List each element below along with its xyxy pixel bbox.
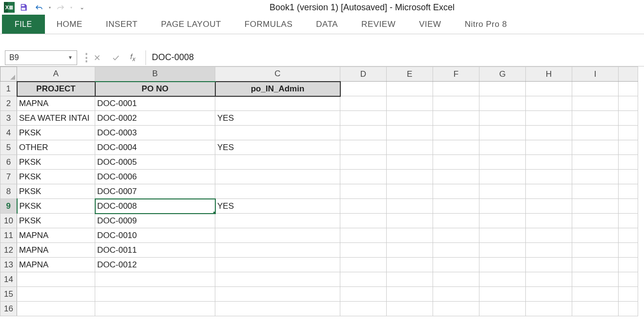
cell-overflow-16[interactable] <box>619 302 638 316</box>
cell-F16[interactable] <box>433 302 479 316</box>
row-header-7[interactable]: 7 <box>0 170 17 184</box>
cell-C8[interactable] <box>215 184 340 199</box>
cell-A11[interactable]: MAPNA <box>17 228 95 243</box>
row-header-4[interactable]: 4 <box>0 126 17 140</box>
tab-nitro[interactable]: Nitro Pro 8 <box>453 15 519 34</box>
tab-data[interactable]: DATA <box>304 15 350 34</box>
cell-G6[interactable] <box>479 155 526 170</box>
cell-G11[interactable] <box>479 228 526 243</box>
customize-qat-dropdown[interactable]: ⌄ <box>80 4 84 11</box>
cell-G14[interactable] <box>479 272 526 287</box>
cell-E7[interactable] <box>387 170 433 184</box>
cell-G9[interactable] <box>479 199 526 214</box>
name-box[interactable]: B9 ▼ <box>5 50 77 65</box>
cell-I3[interactable] <box>572 111 619 126</box>
column-header-B[interactable]: B <box>95 67 215 82</box>
cell-overflow-7[interactable] <box>619 170 638 184</box>
cell-I2[interactable] <box>572 96 619 111</box>
cell-overflow-14[interactable] <box>619 272 638 287</box>
cell-B6[interactable]: DOC-0005 <box>95 155 215 170</box>
row-header-11[interactable]: 11 <box>0 228 17 243</box>
cell-A14[interactable] <box>17 272 95 287</box>
cell-E10[interactable] <box>387 214 433 228</box>
cell-H7[interactable] <box>526 170 572 184</box>
cell-H9[interactable] <box>526 199 572 214</box>
row-header-12[interactable]: 12 <box>0 243 17 258</box>
redo-button[interactable] <box>54 1 67 14</box>
cell-H1[interactable] <box>526 82 572 96</box>
cell-C11[interactable] <box>215 228 340 243</box>
row-header-1[interactable]: 1 <box>0 82 17 96</box>
row-header-5[interactable]: 5 <box>0 140 17 155</box>
cell-A12[interactable]: MAPNA <box>17 243 95 258</box>
cell-C9[interactable]: YES <box>215 199 340 214</box>
cell-G4[interactable] <box>479 126 526 140</box>
cell-H5[interactable] <box>526 140 572 155</box>
row-header-6[interactable]: 6 <box>0 155 17 170</box>
cell-C5[interactable]: YES <box>215 140 340 155</box>
cell-G10[interactable] <box>479 214 526 228</box>
cell-E8[interactable] <box>387 184 433 199</box>
cell-H16[interactable] <box>526 302 572 316</box>
cell-I9[interactable] <box>572 199 619 214</box>
cell-D10[interactable] <box>340 214 387 228</box>
undo-dropdown[interactable]: ▾ <box>48 5 52 10</box>
cell-overflow-13[interactable] <box>619 258 638 272</box>
cell-overflow-3[interactable] <box>619 111 638 126</box>
cell-H11[interactable] <box>526 228 572 243</box>
cell-E1[interactable] <box>387 82 433 96</box>
cell-F15[interactable] <box>433 287 479 302</box>
cell-C13[interactable] <box>215 258 340 272</box>
cell-F12[interactable] <box>433 243 479 258</box>
column-header-H[interactable]: H <box>526 67 572 82</box>
cell-A10[interactable]: PKSK <box>17 214 95 228</box>
cell-D15[interactable] <box>340 287 387 302</box>
cell-D8[interactable] <box>340 184 387 199</box>
cell-A3[interactable]: SEA WATER INTAI <box>17 111 95 126</box>
cell-C4[interactable] <box>215 126 340 140</box>
row-header-13[interactable]: 13 <box>0 258 17 272</box>
cell-G7[interactable] <box>479 170 526 184</box>
column-header-E[interactable]: E <box>387 67 433 82</box>
cell-G15[interactable] <box>479 287 526 302</box>
cell-C6[interactable] <box>215 155 340 170</box>
cell-H13[interactable] <box>526 258 572 272</box>
row-header-9[interactable]: 9 <box>0 199 17 214</box>
cell-overflow-4[interactable] <box>619 126 638 140</box>
cell-A7[interactable]: PKSK <box>17 170 95 184</box>
cell-B4[interactable]: DOC-0003 <box>95 126 215 140</box>
row-header-15[interactable]: 15 <box>0 287 17 302</box>
cell-H3[interactable] <box>526 111 572 126</box>
cell-F4[interactable] <box>433 126 479 140</box>
tab-file[interactable]: FILE <box>2 15 45 34</box>
cell-E9[interactable] <box>387 199 433 214</box>
insert-function-button[interactable]: fx <box>127 51 142 65</box>
tab-insert[interactable]: INSERT <box>94 15 149 34</box>
tab-page-layout[interactable]: PAGE LAYOUT <box>149 15 233 34</box>
tab-view[interactable]: VIEW <box>407 15 453 34</box>
cell-I1[interactable] <box>572 82 619 96</box>
cell-C12[interactable] <box>215 243 340 258</box>
cell-E6[interactable] <box>387 155 433 170</box>
cell-G16[interactable] <box>479 302 526 316</box>
cell-F6[interactable] <box>433 155 479 170</box>
cell-C3[interactable]: YES <box>215 111 340 126</box>
cell-F14[interactable] <box>433 272 479 287</box>
column-header-D[interactable]: D <box>340 67 387 82</box>
cell-B8[interactable]: DOC-0007 <box>95 184 215 199</box>
cell-I4[interactable] <box>572 126 619 140</box>
cell-A16[interactable] <box>17 302 95 316</box>
cell-D6[interactable] <box>340 155 387 170</box>
row-header-10[interactable]: 10 <box>0 214 17 228</box>
cell-H4[interactable] <box>526 126 572 140</box>
cell-F13[interactable] <box>433 258 479 272</box>
cell-A6[interactable]: PKSK <box>17 155 95 170</box>
cell-D14[interactable] <box>340 272 387 287</box>
row-header-14[interactable]: 14 <box>0 272 17 287</box>
cell-B5[interactable]: DOC-0004 <box>95 140 215 155</box>
cell-C10[interactable] <box>215 214 340 228</box>
cell-F10[interactable] <box>433 214 479 228</box>
tab-formulas[interactable]: FORMULAS <box>233 15 304 34</box>
cell-B7[interactable]: DOC-0006 <box>95 170 215 184</box>
cell-C15[interactable] <box>215 287 340 302</box>
